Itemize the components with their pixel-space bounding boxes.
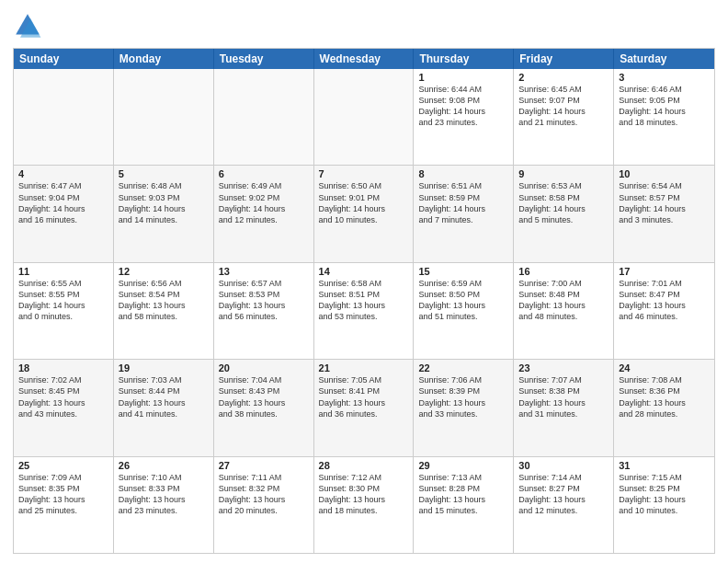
day-number: 11 [18,266,108,277]
cell-info: Sunrise: 6:44 AM Sunset: 9:08 PM Dayligh… [418,84,508,129]
cell-info: Sunrise: 7:02 AM Sunset: 8:45 PM Dayligh… [18,374,108,419]
cell-info: Sunrise: 6:56 AM Sunset: 8:54 PM Dayligh… [119,278,209,323]
calendar-cell-3-2: 20Sunrise: 7:04 AM Sunset: 8:43 PM Dayli… [214,360,314,455]
calendar-cell-4-3: 28Sunrise: 7:12 AM Sunset: 8:30 PM Dayli… [314,457,415,553]
calendar-row-2: 11Sunrise: 6:55 AM Sunset: 8:55 PM Dayli… [14,263,714,360]
calendar-cell-2-4: 15Sunrise: 6:59 AM Sunset: 8:50 PM Dayli… [414,263,514,359]
day-number: 1 [418,72,508,83]
calendar-cell-0-5: 2Sunrise: 6:45 AM Sunset: 9:07 PM Daylig… [514,69,614,165]
calendar-cell-1-6: 10Sunrise: 6:54 AM Sunset: 8:57 PM Dayli… [614,166,714,261]
header-day-tuesday: Tuesday [214,49,314,69]
cell-info: Sunrise: 7:15 AM Sunset: 8:25 PM Dayligh… [619,472,710,517]
logo-icon [13,11,42,40]
day-number: 29 [418,460,508,471]
cell-info: Sunrise: 6:51 AM Sunset: 8:59 PM Dayligh… [418,180,508,225]
header-day-friday: Friday [514,49,614,69]
calendar-cell-2-6: 17Sunrise: 7:01 AM Sunset: 8:47 PM Dayli… [614,263,714,359]
day-number: 10 [619,168,710,179]
day-number: 4 [18,168,108,179]
day-number: 7 [319,168,409,179]
day-number: 9 [518,168,609,179]
cell-info: Sunrise: 7:05 AM Sunset: 8:41 PM Dayligh… [319,374,409,419]
cell-info: Sunrise: 7:04 AM Sunset: 8:43 PM Dayligh… [219,374,309,419]
calendar-cell-1-3: 7Sunrise: 6:50 AM Sunset: 9:01 PM Daylig… [314,166,415,261]
day-number: 6 [219,168,309,179]
calendar-cell-4-5: 30Sunrise: 7:14 AM Sunset: 8:27 PM Dayli… [514,457,614,553]
day-number: 18 [18,362,108,373]
day-number: 26 [119,460,209,471]
cell-info: Sunrise: 7:00 AM Sunset: 8:48 PM Dayligh… [518,278,609,323]
day-number: 17 [619,266,710,277]
calendar-cell-4-2: 27Sunrise: 7:11 AM Sunset: 8:32 PM Dayli… [214,457,314,553]
calendar-cell-0-2 [214,69,314,165]
day-number: 31 [619,460,710,471]
cell-info: Sunrise: 7:01 AM Sunset: 8:47 PM Dayligh… [619,278,710,323]
cell-info: Sunrise: 6:55 AM Sunset: 8:55 PM Dayligh… [18,278,108,323]
cell-info: Sunrise: 7:12 AM Sunset: 8:30 PM Dayligh… [319,472,409,517]
calendar-cell-3-4: 22Sunrise: 7:06 AM Sunset: 8:39 PM Dayli… [414,360,514,455]
day-number: 3 [619,72,710,83]
header-day-wednesday: Wednesday [314,49,415,69]
calendar-cell-2-5: 16Sunrise: 7:00 AM Sunset: 8:48 PM Dayli… [514,263,614,359]
cell-info: Sunrise: 6:47 AM Sunset: 9:04 PM Dayligh… [18,180,108,225]
day-number: 24 [619,362,710,373]
calendar-header: SundayMondayTuesdayWednesdayThursdayFrid… [14,49,714,69]
calendar-body: 1Sunrise: 6:44 AM Sunset: 9:08 PM Daylig… [14,69,714,553]
cell-info: Sunrise: 6:53 AM Sunset: 8:58 PM Dayligh… [518,180,609,225]
calendar-row-3: 18Sunrise: 7:02 AM Sunset: 8:45 PM Dayli… [14,360,714,456]
calendar-cell-1-0: 4Sunrise: 6:47 AM Sunset: 9:04 PM Daylig… [14,166,114,261]
calendar-cell-1-5: 9Sunrise: 6:53 AM Sunset: 8:58 PM Daylig… [514,166,614,261]
day-number: 13 [219,266,309,277]
calendar-cell-1-1: 5Sunrise: 6:48 AM Sunset: 9:03 PM Daylig… [114,166,214,261]
cell-info: Sunrise: 6:58 AM Sunset: 8:51 PM Dayligh… [319,278,409,323]
cell-info: Sunrise: 7:10 AM Sunset: 8:33 PM Dayligh… [119,472,209,517]
cell-info: Sunrise: 6:45 AM Sunset: 9:07 PM Dayligh… [518,84,609,129]
cell-info: Sunrise: 7:06 AM Sunset: 8:39 PM Dayligh… [418,374,508,419]
day-number: 22 [418,362,508,373]
cell-info: Sunrise: 6:48 AM Sunset: 9:03 PM Dayligh… [119,180,209,225]
cell-info: Sunrise: 7:03 AM Sunset: 8:44 PM Dayligh… [119,374,209,419]
day-number: 25 [18,460,108,471]
page-container: SundayMondayTuesdayWednesdayThursdayFrid… [0,0,728,563]
header-day-monday: Monday [114,49,214,69]
day-number: 5 [119,168,209,179]
cell-info: Sunrise: 6:57 AM Sunset: 8:53 PM Dayligh… [219,278,309,323]
calendar-cell-2-3: 14Sunrise: 6:58 AM Sunset: 8:51 PM Dayli… [314,263,415,359]
day-number: 28 [319,460,409,471]
cell-info: Sunrise: 7:08 AM Sunset: 8:36 PM Dayligh… [619,374,710,419]
calendar-row-1: 4Sunrise: 6:47 AM Sunset: 9:04 PM Daylig… [14,166,714,262]
calendar-cell-2-2: 13Sunrise: 6:57 AM Sunset: 8:53 PM Dayli… [214,263,314,359]
calendar-cell-1-2: 6Sunrise: 6:49 AM Sunset: 9:02 PM Daylig… [214,166,314,261]
day-number: 12 [119,266,209,277]
cell-info: Sunrise: 7:09 AM Sunset: 8:35 PM Dayligh… [18,472,108,517]
day-number: 27 [219,460,309,471]
calendar-cell-3-1: 19Sunrise: 7:03 AM Sunset: 8:44 PM Dayli… [114,360,214,455]
cell-info: Sunrise: 7:13 AM Sunset: 8:28 PM Dayligh… [418,472,508,517]
cell-info: Sunrise: 6:50 AM Sunset: 9:01 PM Dayligh… [319,180,409,225]
day-number: 30 [518,460,609,471]
day-number: 2 [518,72,609,83]
calendar: SundayMondayTuesdayWednesdayThursdayFrid… [13,48,715,554]
day-number: 16 [518,266,609,277]
calendar-cell-2-1: 12Sunrise: 6:56 AM Sunset: 8:54 PM Dayli… [114,263,214,359]
cell-info: Sunrise: 6:49 AM Sunset: 9:02 PM Dayligh… [219,180,309,225]
day-number: 21 [319,362,409,373]
day-number: 23 [518,362,609,373]
calendar-cell-0-4: 1Sunrise: 6:44 AM Sunset: 9:08 PM Daylig… [414,69,514,165]
header-day-saturday: Saturday [614,49,714,69]
calendar-cell-4-1: 26Sunrise: 7:10 AM Sunset: 8:33 PM Dayli… [114,457,214,553]
cell-info: Sunrise: 6:59 AM Sunset: 8:50 PM Dayligh… [418,278,508,323]
cell-info: Sunrise: 7:11 AM Sunset: 8:32 PM Dayligh… [219,472,309,517]
calendar-cell-4-4: 29Sunrise: 7:13 AM Sunset: 8:28 PM Dayli… [414,457,514,553]
page-header [13,11,715,40]
calendar-cell-3-6: 24Sunrise: 7:08 AM Sunset: 8:36 PM Dayli… [614,360,714,455]
header-day-sunday: Sunday [14,49,114,69]
calendar-cell-3-0: 18Sunrise: 7:02 AM Sunset: 8:45 PM Dayli… [14,360,114,455]
cell-info: Sunrise: 6:46 AM Sunset: 9:05 PM Dayligh… [619,84,710,129]
cell-info: Sunrise: 7:14 AM Sunset: 8:27 PM Dayligh… [518,472,609,517]
calendar-cell-0-6: 3Sunrise: 6:46 AM Sunset: 9:05 PM Daylig… [614,69,714,165]
day-number: 15 [418,266,508,277]
calendar-cell-4-6: 31Sunrise: 7:15 AM Sunset: 8:25 PM Dayli… [614,457,714,553]
calendar-cell-3-3: 21Sunrise: 7:05 AM Sunset: 8:41 PM Dayli… [314,360,415,455]
day-number: 14 [319,266,409,277]
